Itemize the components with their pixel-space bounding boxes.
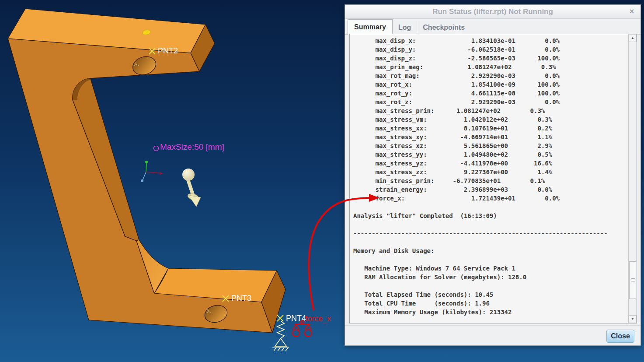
pnt4-marker-x: [277, 315, 283, 321]
close-button[interactable]: Close: [606, 330, 634, 343]
tab-log[interactable]: Log: [393, 21, 417, 35]
pnt2-label: PNT2: [158, 46, 178, 56]
run-status-dialog: Run Status (lifter.rpt) Not Running × Su…: [345, 4, 641, 346]
creo-simulate-viewport: { "scene": { "point_labels": { "pnt2": "…: [0, 0, 644, 362]
part-lifter[interactable]: [8, 9, 285, 333]
scroll-up-icon[interactable]: ▲: [629, 34, 637, 42]
constraint-spring-icon: [272, 321, 289, 351]
pnt3-label: PNT3: [231, 294, 251, 303]
force-arrow-3d: [182, 169, 201, 207]
tab-summary[interactable]: Summary: [348, 19, 393, 35]
report-text-area[interactable]: max_disp_x: 1.834103e-01 0.0% max_disp_y…: [349, 34, 637, 323]
tab-checkpoints[interactable]: Checkpoints: [417, 21, 470, 35]
scrollbar[interactable]: ▲ ▼: [628, 34, 637, 323]
pnt4-label: PNT4: [286, 314, 306, 323]
dialog-title: Run Status (lifter.rpt) Not Running: [432, 7, 553, 16]
close-icon[interactable]: ×: [627, 7, 636, 16]
csys-triad-icon: [141, 161, 163, 182]
dialog-bottombar: Close: [345, 325, 641, 345]
force-x-label: force_x: [305, 314, 331, 323]
dialog-tabbar: Summary Log Checkpoints: [345, 19, 641, 35]
maxsize-note: MaxSize:50 [mm]: [160, 142, 224, 152]
scrollbar-thumb[interactable]: [629, 261, 636, 299]
dialog-titlebar[interactable]: Run Status (lifter.rpt) Not Running ×: [345, 5, 641, 19]
scroll-down-icon[interactable]: ▼: [629, 315, 637, 323]
report-text: max_disp_x: 1.834103e-01 0.0% max_disp_y…: [350, 34, 637, 316]
maxsize-circle-icon: [154, 146, 159, 151]
